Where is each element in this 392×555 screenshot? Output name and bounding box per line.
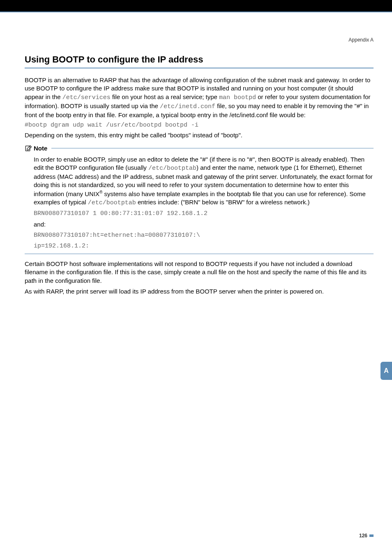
- para1-text-b: file on your host as a real service; typ…: [111, 93, 219, 100]
- inline-code-inetd: /etc/inetd.conf: [160, 103, 215, 110]
- note-label: Note: [34, 145, 47, 152]
- inline-code-bootptab1: /etc/bootptab: [148, 165, 196, 172]
- inline-code-bootptab2: /etc/bootptab: [88, 199, 136, 206]
- note-rule: [51, 148, 374, 148]
- note-code-1: BRN008077310107 1 00:80:77:31:01:07 192.…: [34, 210, 374, 218]
- note-and-label: and:: [34, 220, 374, 229]
- section-title: Using BOOTP to configure the IP address: [25, 54, 374, 69]
- code-block-1: #bootp dgram udp wait /usr/etc/bootpd bo…: [25, 122, 374, 129]
- paragraph-3: Certain BOOTP host software implementati…: [25, 260, 374, 285]
- side-tab[interactable]: A: [380, 362, 392, 380]
- note-end-rule: [25, 254, 374, 254]
- side-tab-label: A: [384, 367, 389, 375]
- inline-code-services: /etc/services: [62, 94, 111, 101]
- page-content: Appendix A Using BOOTP to configure the …: [0, 12, 392, 296]
- note-code-2: BRN008077310107:ht=ethernet:ha=008077310…: [34, 231, 374, 240]
- note-text-d: entries include: ("BRN" below is "BRW" f…: [136, 199, 310, 206]
- note-body: In order to enable BOOTP, simply use an …: [25, 155, 374, 251]
- note-code-3: ip=192.168.1.2:: [34, 242, 374, 250]
- paragraph-4: As with RARP, the print server will load…: [25, 287, 374, 296]
- header-black-bar: [0, 0, 392, 12]
- appendix-label: Appendix A: [25, 37, 374, 43]
- page-number-bar: [369, 534, 374, 537]
- page-number: 126: [359, 533, 367, 539]
- note-header: Note: [25, 145, 374, 152]
- page-heading: Using BOOTP to configure the IP address: [25, 54, 374, 65]
- paragraph-1: BOOTP is an alternative to RARP that has…: [25, 76, 374, 119]
- pencil-icon: [25, 145, 32, 152]
- inline-code-man: man bootpd: [219, 94, 256, 101]
- paragraph-2: Depending on the system, this entry migh…: [25, 131, 374, 139]
- note-paragraph-1: In order to enable BOOTP, simply use an …: [34, 155, 374, 208]
